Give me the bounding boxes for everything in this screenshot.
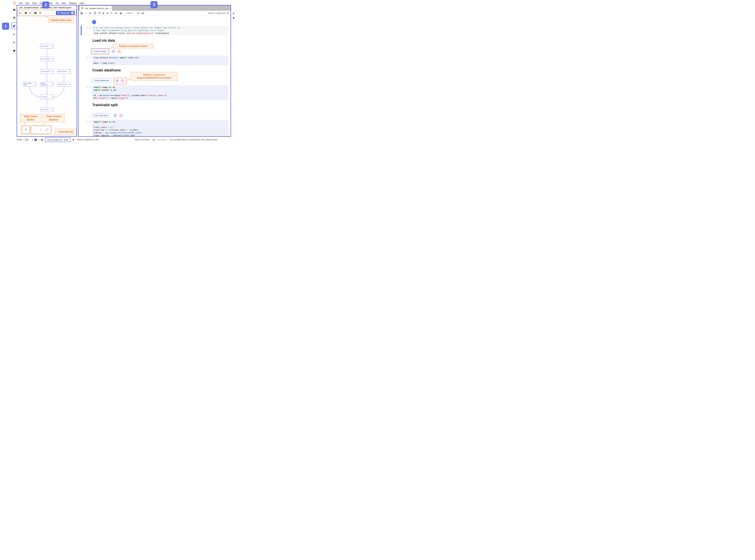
- property-inspector-gear-icon[interactable]: ⚙: [232, 12, 235, 15]
- zoom-out-button[interactable]: −: [34, 128, 36, 132]
- puzzle-icon: [13, 49, 16, 53]
- menu-edit[interactable]: Edit: [24, 2, 30, 4]
- restart-run-all-button[interactable]: [115, 12, 118, 14]
- pipeline-node-load-iris-data[interactable]: Load iris datai: [40, 44, 54, 48]
- pipeline-node-train-model[interactable]: Train modeli: [40, 95, 54, 99]
- pipeline-node-create-dataframe[interactable]: Create dataframei: [40, 57, 54, 61]
- info-icon[interactable]: i: [34, 84, 36, 85]
- close-tab-icon[interactable]: ×: [109, 7, 111, 10]
- component-button-train-valid-split[interactable]: Train valid split: [92, 113, 109, 118]
- paste-cell-button[interactable]: [98, 12, 101, 14]
- info-icon[interactable]: i: [52, 58, 53, 60]
- cut-cell-button[interactable]: [89, 12, 91, 14]
- chevron-down-icon: ▾: [132, 12, 133, 14]
- run-cell-button[interactable]: ▶: [103, 12, 105, 14]
- annotation-badge-3: 3: [150, 1, 158, 8]
- info-icon[interactable]: i: [52, 109, 53, 111]
- restart-kernel-button[interactable]: ↻: [110, 12, 113, 14]
- notifications-icon[interactable]: [152, 139, 155, 141]
- cell-prompt: [ ]:: [82, 26, 91, 29]
- debugger-sidebar-bug-icon[interactable]: [232, 16, 235, 19]
- add-cell-floating-button[interactable]: +: [92, 20, 96, 24]
- extensions-tab[interactable]: [12, 48, 17, 54]
- menu-settings[interactable]: Settings: [67, 2, 78, 4]
- statusbar-filename: Link_SampleCode(iris_classification)_wit…: [169, 139, 218, 141]
- pipeline-node-create-dataloaders[interactable]: Create dataloadersi: [40, 82, 54, 86]
- component-button-create-dataframe[interactable]: Create dataframe: [92, 78, 111, 83]
- notebook-content[interactable]: + [ ]: # If you need the package below, …: [79, 16, 230, 137]
- pipeline-settings-gear-icon[interactable]: ⚙: [39, 12, 41, 14]
- component-edit-button[interactable]: [111, 49, 116, 54]
- debugger-bug-icon[interactable]: [120, 12, 122, 14]
- copy-cell-button[interactable]: [94, 12, 96, 14]
- cell-prompt: [ ]:: [82, 121, 91, 123]
- pipeline-node-create-pl-model[interactable]: Create pl modeli: [57, 82, 71, 86]
- info-icon[interactable]: i: [52, 96, 53, 98]
- pipeline-icon: [13, 24, 16, 28]
- insert-cell-button[interactable]: +: [85, 12, 87, 15]
- pipeline-node-define-pl-model[interactable]: Define pl modeli: [57, 69, 71, 74]
- export-pipeline-icon[interactable]: [29, 12, 32, 14]
- run-all-pipeline-button[interactable]: ▶All: [19, 12, 22, 14]
- kernel-count[interactable]: 0: [38, 139, 39, 141]
- component-remove-button[interactable]: −: [119, 114, 123, 118]
- palette-icon[interactable]: [25, 12, 27, 14]
- list-icon: [13, 41, 15, 44]
- cursor-position-label[interactable]: Ln 1, Col 1: [158, 139, 167, 141]
- info-icon[interactable]: i: [52, 84, 53, 85]
- menu-git[interactable]: Git: [54, 2, 60, 4]
- pipeline-node-train-valid-split[interactable]: Train valid spliti: [40, 69, 54, 74]
- statusbar-bug-icon[interactable]: [41, 139, 43, 141]
- terminal-count[interactable]: 0: [32, 139, 33, 141]
- simple-mode-toggle[interactable]: [23, 139, 28, 141]
- notebook-tab[interactable]: Link_SampleCode(iris_clas ×: [80, 6, 112, 11]
- node-label: Load iris data: [41, 46, 51, 47]
- menu-tabs[interactable]: Tabs: [60, 2, 67, 4]
- code-cell-train-valid-split[interactable]: import numpy as np train_ratio = 0.7trai…: [92, 120, 228, 137]
- menu-file[interactable]: File: [18, 2, 24, 4]
- git-branch-icon: [13, 33, 16, 36]
- code-cell-load-iris[interactable]: from sklearn.datasets import load_iris d…: [92, 56, 228, 65]
- info-icon[interactable]: i: [52, 46, 53, 47]
- code-cell-install[interactable]: # If you need the package below, please …: [92, 26, 228, 35]
- pipeline-tab[interactable]: [12, 24, 17, 29]
- code-cell-create-dataframe[interactable]: import numpy as npimport pandas as pd df…: [92, 85, 228, 100]
- layout-icon[interactable]: [34, 12, 37, 14]
- git-status-icon[interactable]: [72, 138, 75, 141]
- section-heading-train-valid-split: Train/valid split: [93, 103, 118, 107]
- parameter-count-badge: 1: [71, 12, 74, 14]
- info-icon[interactable]: i: [52, 71, 53, 72]
- component-remove-button[interactable]: −: [120, 79, 125, 83]
- component-button-load-iris-data[interactable]: Load iris data: [92, 49, 108, 54]
- menu-view[interactable]: View: [30, 2, 38, 4]
- component-edit-button[interactable]: [115, 79, 119, 83]
- files-tab[interactable]: [12, 7, 17, 13]
- info-icon[interactable]: i: [68, 71, 70, 72]
- component-edit-button[interactable]: [113, 114, 117, 118]
- kernel-status-label[interactable]: Python 3 (ipykernel) | Idle: [77, 139, 99, 141]
- view-control-buttons: − +: [32, 126, 50, 133]
- component-remove-button[interactable]: −: [117, 49, 121, 54]
- parameter-button-label: Parameter: [60, 12, 70, 14]
- pipeline-node-define-liveplot-logger[interactable]: Define liveplot loggeri: [23, 82, 36, 86]
- cell-type-dropdown[interactable]: Code ▾: [126, 12, 133, 14]
- zoom-in-button[interactable]: +: [40, 128, 42, 132]
- info-icon[interactable]: i: [68, 84, 70, 85]
- stop-kernel-button[interactable]: ■: [107, 12, 108, 14]
- history-clock-icon[interactable]: [137, 12, 140, 14]
- node-label: Retrain model: [41, 109, 51, 111]
- git-tab[interactable]: [12, 32, 17, 37]
- parameter-button[interactable]: Parameter 1: [56, 11, 75, 15]
- running-sessions-tab[interactable]: [12, 15, 17, 21]
- table-of-contents-tab[interactable]: [12, 40, 17, 45]
- pipeline-node-retrain-model[interactable]: Retrain modeli: [40, 107, 54, 112]
- kernel-name-label[interactable]: Python 3 (ipykernel): [208, 12, 225, 14]
- save-button[interactable]: [81, 12, 83, 14]
- pipeline-panel: Link_SampleCode(iris_classification)_wit…: [17, 5, 77, 137]
- fit-view-button[interactable]: [46, 128, 48, 132]
- cell-prompt: [ ]:: [82, 86, 91, 88]
- app-logo-icon: [13, 1, 16, 5]
- help-center-button[interactable]: ?: [22, 126, 29, 133]
- git-toolbar-label[interactable]: git: [142, 12, 144, 14]
- menu-help[interactable]: Help: [78, 2, 85, 4]
